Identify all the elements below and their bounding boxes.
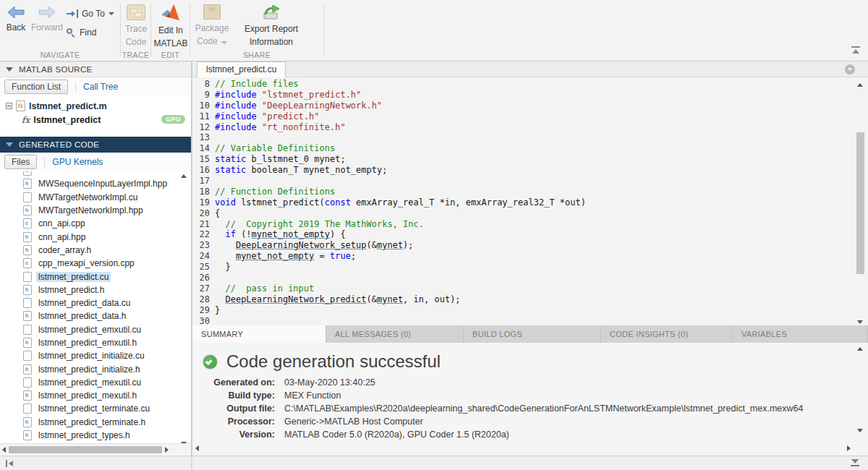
summary-heading: Code generation successful	[226, 351, 441, 372]
code-trace-link[interactable]: mynet	[377, 294, 403, 304]
export-report-button[interactable]: Export Report Information	[235, 4, 307, 48]
scroll-left-icon[interactable]	[195, 445, 199, 451]
file-item[interactable]: lstmnet_predict_mexutil.cu	[0, 376, 191, 389]
file-item[interactable]: hlstmnet_predict.h	[0, 283, 191, 296]
scroll-right-icon[interactable]	[165, 447, 169, 453]
h-file-icon: h	[23, 245, 32, 255]
summary-value: C:\MATLAB\Examples\R2020a\deeplearning_s…	[284, 402, 803, 415]
cu-file-icon	[23, 377, 32, 388]
gpu-badge: GPU	[161, 115, 185, 124]
matlab-source-title: MATLAB SOURCE	[19, 65, 92, 74]
code-line: 14// Variable Definitions	[192, 143, 868, 154]
navigate-group-label: NAVIGATE	[0, 51, 120, 59]
code-line: 24 mynet_not_empty = true;	[192, 251, 868, 262]
tree-item-function[interactable]: fx lstmnet_predict GPU	[0, 113, 191, 127]
status-footer	[0, 456, 868, 470]
scroll-down-icon[interactable]	[857, 320, 863, 324]
cu-file-icon	[23, 272, 32, 282]
file-item[interactable]: hMWTargetNetworkImpl.hpp	[0, 204, 191, 217]
file-item[interactable]: lstmnet_predict_initialize.cu	[0, 349, 191, 362]
share-group-label: SHARE	[190, 51, 323, 59]
file-item[interactable]: hlstmnet_predict_terminate.h	[0, 416, 191, 429]
scroll-up-icon[interactable]	[181, 174, 187, 178]
file-item[interactable]: hlstmnet_predict_mexutil.h	[0, 389, 191, 402]
file-item[interactable]: hlstmnet_predict_emxutil.h	[0, 336, 191, 349]
cu-file-icon	[23, 298, 32, 308]
tab-summary[interactable]: SUMMARY	[192, 325, 326, 343]
find-button[interactable]: Find	[67, 27, 96, 38]
goto-button[interactable]: Go To	[67, 9, 114, 19]
sidebar-horizontal-scrollbar[interactable]	[0, 443, 191, 455]
matlab-source-header[interactable]: MATLAB SOURCE	[0, 61, 191, 77]
file-item[interactable]: hlstmnet_predict_initialize.h	[0, 362, 191, 375]
collapse-node-icon[interactable]	[6, 103, 12, 109]
file-item[interactable]: hlstmnet_predict_data.h	[0, 309, 191, 322]
file-name: lstmnet_predict_data.h	[36, 311, 128, 321]
back-button[interactable]: Back	[3, 6, 29, 33]
file-item[interactable]: lstmnet_predict.cu	[0, 270, 191, 283]
tab-all-messages-0[interactable]: ALL MESSAGES (0)	[326, 325, 464, 343]
file-item[interactable]: hlstmnet_predict_types.h	[0, 429, 191, 442]
editor-vertical-scrollbar[interactable]	[855, 80, 867, 324]
tab-files[interactable]: Files	[4, 155, 37, 169]
tab-options-icon[interactable]	[845, 64, 855, 74]
tab-variables[interactable]: VARIABLES	[733, 325, 868, 343]
source-tree: lstmnet_predict.m fx lstmnet_predict GPU	[0, 96, 191, 132]
scrollbar-thumb[interactable]	[9, 446, 162, 453]
trace-code-button[interactable]: Trace Code	[123, 4, 149, 48]
collapse-sidebar-icon[interactable]	[6, 460, 16, 467]
scrollbar-thumb[interactable]	[856, 132, 864, 274]
tab-function-list[interactable]: Function List	[4, 80, 68, 94]
scroll-down-icon[interactable]	[857, 429, 863, 432]
tab-build-logs[interactable]: BUILD LOGS	[464, 325, 601, 343]
code-trace-link[interactable]: mynet_not_empty	[252, 229, 330, 239]
code-line: 29}	[192, 305, 868, 316]
file-item[interactable]: hcoder_array.h	[0, 244, 191, 257]
collapse-ribbon-button[interactable]	[851, 46, 861, 55]
tab-gpu-kernels[interactable]: GPU Kernels	[52, 157, 103, 167]
file-item[interactable]: hcnn_api.hpp	[0, 230, 191, 243]
code-area: 8// Include files9#include "lstmnet_pred…	[192, 77, 868, 325]
file-item[interactable]: ccpp_mexapi_version.cpp	[0, 257, 191, 270]
edit-in-matlab-button[interactable]: Edit In MATLAB	[153, 3, 188, 49]
summary-label: Output file:	[203, 402, 275, 415]
file-item[interactable]: lstmnet_predict_data.cu	[0, 296, 191, 309]
code-trace-link[interactable]: mynet_not_empty	[236, 251, 314, 261]
trace-group-label: TRACE	[121, 51, 150, 59]
scroll-left-icon[interactable]	[2, 447, 6, 453]
tree-item-source-file[interactable]: lstmnet_predict.m	[0, 99, 191, 113]
forward-button[interactable]: Forward	[30, 6, 64, 33]
source-tab-row: Function List Call Tree	[0, 77, 191, 96]
file-item[interactable]: h	[0, 171, 191, 177]
file-item[interactable]: hMWSequenceInputLayerImpl.hpp	[0, 177, 191, 190]
line-number: 16	[192, 165, 210, 176]
back-arrow-icon	[7, 6, 25, 19]
code-trace-link[interactable]: DeepLearningNetwork_setup	[236, 240, 367, 250]
generated-files-panel: hhMWSequenceInputLayerImpl.hppMWTargetNe…	[0, 171, 191, 450]
collapse-panel-icon[interactable]	[851, 459, 859, 467]
matlab-logo-icon	[161, 3, 181, 22]
file-item[interactable]: MWTargetNetworkImpl.cu	[0, 191, 191, 204]
line-number: 30	[192, 316, 210, 325]
summary-vertical-scrollbar[interactable]	[855, 346, 867, 434]
summary-horizontal-scrollbar[interactable]	[195, 444, 851, 453]
file-item[interactable]: lstmnet_predict_emxutil.cu	[0, 323, 191, 336]
tab-lstmnet-predict-cu[interactable]: lstmnet_predict.cu	[197, 61, 286, 77]
generated-code-header[interactable]: GENERATED CODE	[0, 137, 191, 153]
scroll-up-icon[interactable]	[857, 83, 863, 87]
scroll-right-icon[interactable]	[847, 445, 851, 451]
export-report-label: Export Report Information	[244, 24, 298, 47]
file-item[interactable]: ccnn_api.cpp	[0, 217, 191, 230]
file-name: cnn_api.hpp	[36, 232, 88, 242]
code-trace-link[interactable]: DeepLearningNetwork_predict	[225, 294, 366, 304]
scroll-up-icon[interactable]	[857, 347, 863, 351]
tab-code-insights-0[interactable]: CODE INSIGHTS (0)	[601, 325, 733, 343]
forward-arrow-icon	[38, 6, 56, 19]
line-number: 27	[192, 283, 210, 294]
code-trace-link[interactable]: mynet	[377, 240, 403, 250]
tab-call-tree[interactable]: Call Tree	[83, 82, 118, 92]
package-code-button[interactable]: Package Code	[193, 4, 231, 47]
summary-row: Version:MATLAB Coder 5.0 (R2020a), GPU C…	[203, 428, 868, 441]
file-item[interactable]: lstmnet_predict_terminate.cu	[0, 402, 191, 415]
generated-code-title: GENERATED CODE	[19, 140, 99, 149]
